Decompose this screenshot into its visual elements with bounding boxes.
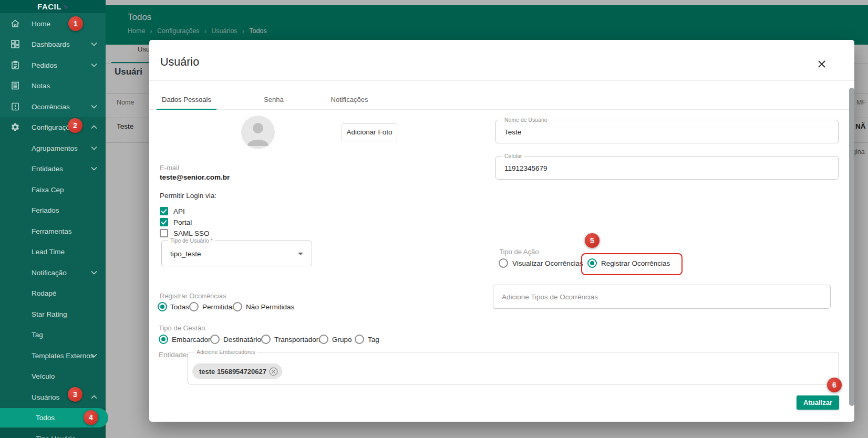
modal-divider	[149, 80, 854, 81]
atualizar-button[interactable]: Atualizar	[797, 395, 839, 410]
sidebar-item-feriados[interactable]: Feriados	[0, 200, 106, 221]
celular-field[interactable]: Celular 11912345679	[495, 156, 839, 180]
usuario-modal: Usuário Dados Pessoais Senha Notificaçõe…	[149, 40, 854, 422]
celular-label: Celular	[502, 153, 524, 159]
checkbox-unchecked-icon[interactable]	[160, 229, 168, 237]
embarcadores-field-label: Adicione Embarcadores	[194, 349, 257, 355]
tipos-ocorrencias-field[interactable]	[493, 285, 831, 309]
radio-unselected-icon[interactable]	[261, 335, 271, 344]
sidebar-item-label: Tag	[32, 331, 43, 339]
radio-unselected-icon[interactable]	[319, 335, 328, 344]
sidebar-item-label: Dashboards	[32, 40, 70, 48]
tab-notificacoes[interactable]: Notificações	[315, 90, 384, 109]
sidebar-item-label: Usuários	[32, 393, 59, 401]
sidebar-item-label: Templates Externos	[32, 351, 94, 359]
annotation-badge-3: 3	[68, 387, 82, 402]
app-window: Todos Home › Configurações › Usuários › …	[0, 0, 868, 438]
sidebar-nav: Home Dashboards Pedidos Notas Ocorrência…	[0, 13, 106, 438]
close-icon[interactable]	[815, 57, 829, 71]
radio-unselected-icon[interactable]	[189, 302, 199, 311]
radio-label: Destinatário	[223, 336, 261, 343]
sidebar-item-dashboards[interactable]: Dashboards	[0, 34, 106, 55]
email-label: E-mail	[160, 164, 179, 172]
sidebar-item-tipo-usuario[interactable]: Tipo Usuário	[0, 428, 106, 438]
checkbox-checked-icon[interactable]	[160, 218, 168, 226]
tipo-usuario-select[interactable]: Tipo de Usuário * tipo_teste	[161, 241, 312, 266]
sidebar-item-label: Veículo	[32, 372, 55, 380]
logo: FACIL	[37, 2, 61, 11]
sidebar-item-tag[interactable]: Tag	[0, 325, 106, 346]
sidebar-item-label: Pedidos	[32, 61, 57, 69]
chevron-up-icon	[91, 395, 97, 399]
dropdown-arrow-icon	[298, 253, 303, 255]
logo-mark-icon	[63, 4, 68, 9]
radio-label: Registrar Ocorrências	[601, 259, 670, 267]
sidebar-item-label: Ocorrências	[32, 102, 70, 110]
annotation-badge-1: 1	[68, 16, 83, 31]
sidebar-item-label: Notas	[32, 82, 50, 90]
tipos-ocorrencias-input[interactable]	[502, 285, 805, 308]
chip-remove-icon[interactable]	[269, 367, 278, 376]
clipboard-icon	[11, 60, 20, 70]
sidebar-item-label: Notificação	[32, 268, 67, 276]
radio-unselected-icon[interactable]	[210, 335, 220, 344]
add-photo-button[interactable]: Adicionar Foto	[342, 123, 397, 141]
radio-label: Embarcador	[172, 336, 211, 343]
tipo-usuario-value: tipo_teste	[170, 249, 201, 257]
radio-unselected-icon[interactable]	[233, 302, 242, 311]
sidebar-item-label: Home	[32, 19, 50, 27]
annotation-badge-6: 6	[827, 378, 842, 392]
sidebar-item-veiculo[interactable]: Veículo	[0, 366, 106, 387]
radio-label: Visualizar Ocorrências	[512, 259, 583, 267]
radio-label: Grupo	[332, 336, 352, 343]
embarcadores-field[interactable]: Adicione Embarcadores teste 156895472062…	[188, 352, 839, 384]
entity-chip-label: teste 1568954720627	[199, 368, 266, 376]
checkbox-checked-icon[interactable]	[160, 207, 168, 215]
sidebar-item-notificacao[interactable]: Notificação	[0, 262, 106, 283]
dashboard-icon	[11, 39, 20, 49]
tab-dados-pessoais[interactable]: Dados Pessoais	[157, 90, 216, 109]
radio-unselected-icon[interactable]	[355, 335, 364, 344]
sidebar-item-notas[interactable]: Notas	[0, 76, 106, 97]
sidebar-item-home[interactable]: Home	[0, 13, 106, 34]
radio-selected-icon[interactable]	[158, 302, 167, 311]
nome-usuario-field[interactable]: Nome de Usuário Teste	[495, 120, 839, 143]
sidebar-item-pedidos[interactable]: Pedidos	[0, 55, 106, 76]
tab-senha[interactable]: Senha	[249, 90, 298, 109]
permitir-login-label: Permitir Login via:	[160, 192, 216, 200]
celular-value: 11912345679	[504, 164, 547, 172]
annotation-badge-4: 4	[84, 410, 98, 425]
nome-usuario-label: Nome de Usuário	[502, 117, 550, 123]
sidebar-item-agrupamentos[interactable]: Agrupamentos	[0, 138, 106, 159]
sidebar-item-lead-time[interactable]: Lead Time	[0, 242, 106, 263]
sidebar-item-rodape[interactable]: Rodapé	[0, 283, 106, 304]
chevron-down-icon	[91, 166, 97, 171]
gear-icon	[11, 122, 20, 132]
sidebar-item-label: Star Rating	[32, 310, 67, 318]
tipo-acao-label: Tipo de Ação	[499, 248, 539, 256]
radio-unselected-icon[interactable]	[499, 258, 508, 268]
sidebar-item-templates-externos[interactable]: Templates Externos	[0, 345, 106, 366]
sidebar-item-ocorrencias[interactable]: Ocorrências	[0, 96, 106, 117]
radio-selected-icon[interactable]	[587, 258, 597, 268]
sidebar-item-label: Rodapé	[32, 289, 56, 297]
chevron-down-icon	[91, 105, 97, 109]
radio-selected-icon[interactable]	[159, 335, 168, 344]
sidebar-item-usuarios[interactable]: Usuários	[0, 387, 106, 408]
alert-clipboard-icon	[11, 102, 20, 111]
modal-scrollbar-thumb[interactable]	[849, 88, 854, 406]
entidades-label: Entidades	[159, 351, 190, 359]
sidebar-item-label: Todos	[36, 414, 55, 422]
email-value: teste@senior.com.br	[160, 173, 230, 181]
checkbox-label: API	[173, 207, 185, 215]
sidebar-item-star-rating[interactable]: Star Rating	[0, 304, 106, 325]
sidebar-item-entidades[interactable]: Entidades	[0, 159, 106, 180]
home-icon	[11, 19, 20, 28]
sidebar-item-configuracoes[interactable]: Configurações	[0, 117, 106, 138]
sidebar-item-faixa-cep[interactable]: Faixa Cep	[0, 179, 106, 200]
tipo-gestao-label: Tipo de Gestão	[159, 324, 205, 332]
nome-usuario-value: Teste	[504, 128, 521, 135]
sidebar: FACIL Home Dashboards Pedidos Notas	[0, 0, 106, 438]
radio-label: Não Permitidas	[246, 303, 294, 311]
sidebar-item-ferramentas[interactable]: Ferramentas	[0, 221, 106, 242]
